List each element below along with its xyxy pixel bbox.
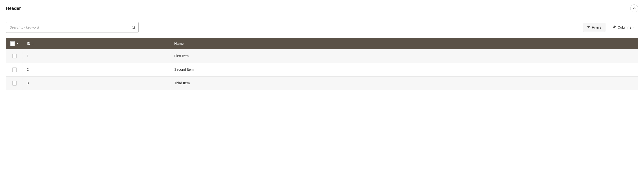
table-header: ID ↓ Name [6,38,638,49]
data-table: ID ↓ Name 1 First Item 2 Second Item [6,38,638,90]
td-checkbox [6,77,23,90]
th-name[interactable]: Name [170,38,638,49]
row-3-checkbox[interactable] [12,81,17,85]
td-checkbox [6,50,23,63]
select-all-checkbox[interactable] [10,41,15,46]
toolbar-right: Filters Columns [583,23,638,32]
page-container: Header Filters [0,0,644,90]
search-button[interactable] [131,25,136,30]
th-checkbox [6,38,23,49]
page-title: Header [6,6,21,11]
filters-button[interactable]: Filters [583,23,606,32]
header-section: Header [6,0,638,17]
td-id: 3 [23,77,170,90]
filter-icon [587,26,590,29]
th-name-label: Name [174,42,184,46]
columns-label: Columns [618,25,631,29]
chevron-down-icon [633,26,635,29]
chevron-up-icon [632,7,636,10]
columns-button[interactable]: Columns [609,23,638,32]
svg-line-1 [134,28,135,29]
table-row: 1 First Item [6,49,638,63]
row-1-checkbox[interactable] [12,54,17,58]
checkbox-dropdown-icon[interactable] [16,43,19,44]
td-id: 1 [23,50,170,63]
gear-icon [612,25,616,29]
td-id: 2 [23,63,170,76]
row-2-checkbox[interactable] [12,67,17,72]
sort-desc-icon: ↓ [32,42,34,45]
filters-label: Filters [592,25,601,29]
td-name: Third Item [170,77,638,90]
toolbar-section: Filters Columns [6,17,638,38]
th-id-label: ID [27,42,30,46]
header-checkbox-container [10,41,19,46]
td-name: First Item [170,50,638,63]
search-icon [131,25,136,30]
th-id[interactable]: ID ↓ [23,38,170,49]
search-input[interactable] [6,22,139,33]
search-container [6,22,139,33]
table-row: 2 Second Item [6,63,638,76]
td-name: Second Item [170,63,638,76]
collapse-button[interactable] [630,5,638,12]
table-row: 3 Third Item [6,76,638,90]
td-checkbox [6,63,23,76]
